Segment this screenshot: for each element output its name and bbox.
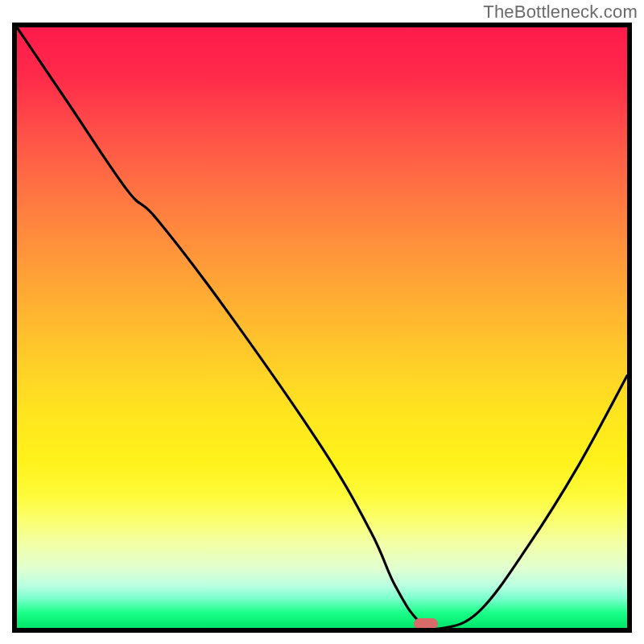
bottleneck-curve [17,27,627,628]
chart-container: TheBottleneck.com [0,0,644,644]
curve-svg [17,27,627,628]
plot-frame [12,23,632,633]
watermark-text: TheBottleneck.com [483,2,638,23]
optimal-marker [414,618,438,630]
